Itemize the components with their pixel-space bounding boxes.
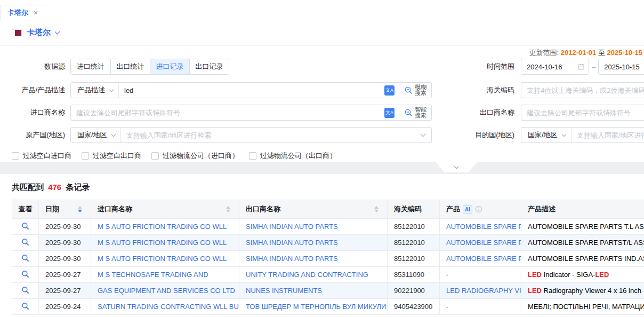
calendar-icon	[578, 63, 584, 70]
view-record-icon[interactable]	[21, 254, 29, 262]
sort-icon[interactable]	[78, 206, 82, 212]
exporter-link[interactable]: SIMHA INDIAN AUTO PARTS	[246, 223, 338, 231]
col-exporter-label: 出口商名称	[246, 204, 280, 214]
table-header-row: 查看 日期 进口商名称 出口商名称 海关编码 产品	[12, 200, 644, 219]
date-start-input[interactable]	[527, 63, 578, 71]
results-panel: 共匹配到 476 条记录 查看 日期 进口商名称 出口	[0, 174, 644, 317]
checkbox[interactable]	[12, 152, 19, 160]
exporter-link[interactable]: ТОВ ШРЕДЕР М ТЕРНОПІЛЬ ВУЛ МИКУЛИ...	[246, 303, 388, 311]
checkbox-label: 过滤空白进口商	[23, 151, 71, 161]
btn-import-records[interactable]: 进口记录	[150, 59, 189, 74]
update-range-end: 2025-10-15	[607, 49, 643, 57]
chevron-down-icon[interactable]	[421, 131, 426, 137]
btn-import-stats[interactable]: 进口统计	[71, 59, 110, 74]
hs-code-input[interactable]	[521, 86, 644, 94]
translate-icon[interactable]: 文A	[384, 108, 395, 118]
panel-gap	[0, 162, 644, 174]
magnifier-minus-icon	[404, 108, 413, 117]
close-icon[interactable]: ×	[34, 9, 38, 17]
app-window: 卡塔尔 × 卡塔尔 更新范围: 2012-01-01 至 2025-10-15 …	[0, 0, 644, 317]
col-description: 产品描述	[521, 200, 644, 219]
translate-icon[interactable]: 文A	[384, 85, 395, 96]
record-date: 2025-09-30	[39, 251, 91, 267]
exporter-link[interactable]: SIMHA INDIAN AUTO PARTS	[246, 255, 338, 263]
importer-link[interactable]: GAS EQUIPMENT AND SERVICES CO LTD	[98, 287, 235, 295]
record-date: 2025-09-27	[39, 267, 91, 283]
product-link[interactable]: AUTOMOBILE SPARE P...	[446, 239, 521, 247]
tab-bar: 卡塔尔 ×	[0, 0, 644, 20]
hs-code-value: 85122010	[388, 219, 440, 235]
exporter-input[interactable]	[521, 109, 644, 117]
smart-search-button[interactable]: 智能 搜索	[399, 105, 431, 120]
importer-link[interactable]: M S TECHNOSAFE TRADING AND	[98, 271, 208, 279]
product-link[interactable]: AUTOMOBILE SPARE P...	[446, 223, 521, 231]
importer-link[interactable]: M S AUTO FRICTION TRADING CO WLL	[98, 223, 227, 231]
ai-badge: AI	[463, 205, 472, 213]
checkbox-filter-blank-importer[interactable]: 过滤空白进口商	[12, 151, 71, 161]
product-description: AUTOMOBILE SPARE PARTS T.L ASSY ...	[521, 219, 644, 235]
destination-region-select[interactable]: 国家/地区	[521, 128, 571, 142]
fuzzy-search-button[interactable]: 模糊 搜索	[399, 83, 431, 98]
product-search-input[interactable]	[119, 86, 384, 94]
tab-qatar[interactable]: 卡塔尔 ×	[0, 5, 45, 20]
origin-region-select[interactable]: 国家/地区	[71, 128, 121, 142]
sort-icon[interactable]	[374, 206, 379, 212]
chevron-down-icon	[109, 88, 114, 92]
col-hs-code: 海关编码	[388, 200, 440, 219]
checkbox[interactable]	[82, 152, 89, 160]
btn-export-records[interactable]: 出口记录	[189, 59, 229, 74]
destination-input[interactable]	[571, 131, 644, 139]
col-date-label: 日期	[45, 204, 59, 214]
time-range-label: 时间范围	[432, 62, 521, 72]
checkbox-filter-blank-exporter[interactable]: 过滤空白出口商	[82, 151, 141, 161]
product-label: 产品/产品描述	[0, 85, 70, 95]
view-record-icon[interactable]	[21, 302, 29, 310]
view-record-icon[interactable]	[21, 270, 29, 278]
update-range-to: 至	[598, 49, 605, 57]
date-end-input[interactable]	[604, 63, 644, 71]
origin-input[interactable]	[121, 131, 421, 139]
col-product-label: 产品	[446, 204, 460, 214]
importer-link[interactable]: M S AUTO FRICTION TRADING CO WLL	[98, 255, 227, 263]
view-record-icon[interactable]	[21, 222, 29, 230]
col-importer-label: 进口商名称	[98, 204, 132, 214]
exporter-link[interactable]: SIMHA INDIAN AUTO PARTS	[246, 239, 338, 247]
info-icon[interactable]	[475, 205, 482, 213]
origin-group: 国家/地区	[70, 127, 432, 143]
date-range-separator: –	[592, 63, 595, 71]
hs-code-value: 90221900	[388, 283, 440, 299]
qatar-flag-icon	[12, 29, 22, 36]
importer-link[interactable]: M S AUTO FRICTION TRADING CO WLL	[98, 239, 227, 247]
exporter-link[interactable]: UNITY TRADING AND CONTRACTING	[246, 271, 368, 279]
product-description: МЕБЛІ; ПОСТІЛЬНІ РЕЧІ, МАТРАЦИ,...	[521, 299, 644, 315]
table-row: 2025-09-30 M S AUTO FRICTION TRADING CO …	[12, 235, 644, 251]
btn-export-stats[interactable]: 出口统计	[110, 59, 150, 74]
exporter-field[interactable]	[521, 105, 644, 121]
checkbox-filter-logistics-importer[interactable]: 过滤物流公司（进口商）	[151, 151, 239, 161]
product-link[interactable]: AUTOMOBILE SPARE P...	[446, 255, 521, 263]
product-link[interactable]: LED RADIOGRAPHY VI...	[446, 287, 521, 295]
chevron-down-icon[interactable]	[55, 29, 60, 35]
checkbox-filter-logistics-exporter[interactable]: 过滤物流公司（出口商）	[249, 151, 336, 161]
view-record-icon[interactable]	[21, 286, 29, 294]
checkbox[interactable]	[151, 152, 159, 160]
hs-code-value: 9405423900	[388, 299, 440, 315]
table-body: 2025-09-30 M S AUTO FRICTION TRADING CO …	[12, 219, 644, 315]
checkbox[interactable]	[249, 152, 256, 160]
collapse-filter-handle[interactable]	[436, 162, 477, 172]
record-date: 2025-09-24	[39, 299, 91, 315]
exporter-link[interactable]: NUNES INSTRUMENTS	[246, 287, 322, 295]
date-start-field[interactable]	[521, 59, 589, 75]
importer-link[interactable]: SATURN TRADING CONTRACTING WLL BUI...	[98, 303, 239, 311]
product-type-select[interactable]: 产品描述	[71, 83, 119, 98]
importer-input[interactable]	[71, 109, 384, 117]
importer-search-group: 文A 智能 搜索	[70, 105, 432, 121]
hs-code-field[interactable]	[521, 82, 644, 98]
view-record-icon[interactable]	[21, 238, 29, 246]
importer-label: 进口商名称	[0, 108, 70, 117]
results-prefix: 共匹配到	[12, 183, 44, 192]
checkbox-label: 过滤空白出口商	[93, 151, 141, 161]
page-header: 卡塔尔	[0, 20, 644, 45]
sort-icon[interactable]	[226, 206, 230, 212]
date-end-field[interactable]	[598, 59, 644, 75]
